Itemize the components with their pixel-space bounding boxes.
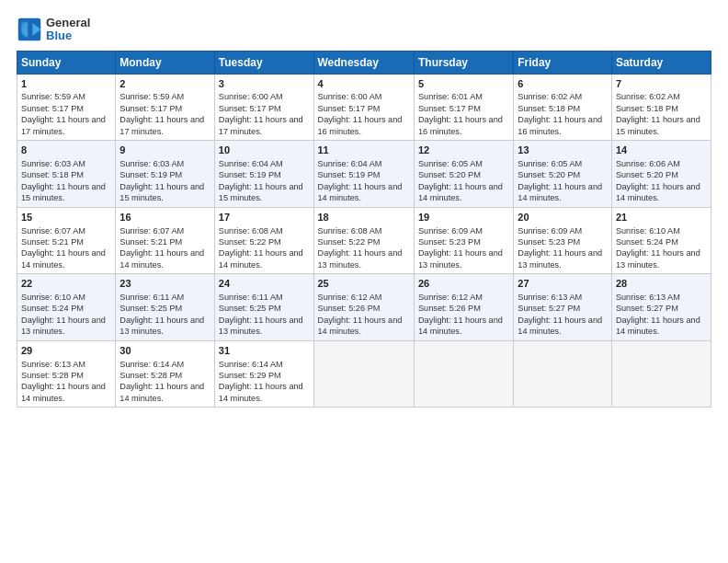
daylight: Daylight: 11 hours and 14 minutes. [21, 248, 106, 269]
calendar-cell: 10Sunrise: 6:04 AMSunset: 5:19 PMDayligh… [214, 141, 313, 208]
sunset: Sunset: 5:22 PM [318, 237, 381, 247]
daylight: Daylight: 11 hours and 14 minutes. [219, 248, 303, 269]
daylight: Daylight: 11 hours and 14 minutes. [616, 316, 700, 336]
day-of-week-header: Wednesday [313, 51, 414, 74]
logo-text: General Blue [46, 17, 90, 43]
sunset: Sunset: 5:24 PM [616, 237, 678, 247]
sunrise: Sunrise: 6:11 AM [219, 293, 283, 302]
sunset: Sunset: 5:17 PM [219, 104, 281, 113]
calendar-cell [514, 340, 612, 408]
day-of-week-header: Tuesday [214, 51, 313, 74]
sunset: Sunset: 5:20 PM [518, 170, 580, 179]
sunset: Sunset: 5:25 PM [119, 304, 182, 313]
daylight: Daylight: 11 hours and 13 minutes. [119, 316, 204, 336]
daylight: Daylight: 11 hours and 14 minutes. [119, 382, 204, 402]
daylight: Daylight: 11 hours and 13 minutes. [518, 248, 602, 269]
daylight: Daylight: 11 hours and 13 minutes. [418, 248, 503, 269]
logo: General Blue [17, 17, 90, 43]
sunset: Sunset: 5:22 PM [219, 237, 281, 247]
daylight: Daylight: 11 hours and 14 minutes. [418, 316, 503, 336]
sunrise: Sunrise: 6:04 AM [318, 159, 382, 168]
day-number: 21 [616, 211, 707, 224]
daylight: Daylight: 11 hours and 14 minutes. [318, 182, 403, 202]
sunset: Sunset: 5:19 PM [119, 170, 182, 179]
calendar-cell: 27Sunrise: 6:13 AMSunset: 5:27 PMDayligh… [514, 274, 612, 341]
sunset: Sunset: 5:25 PM [219, 304, 281, 313]
daylight: Daylight: 11 hours and 17 minutes. [119, 115, 204, 135]
calendar-cell: 16Sunrise: 6:07 AMSunset: 5:21 PMDayligh… [116, 207, 214, 274]
sunset: Sunset: 5:18 PM [518, 104, 580, 113]
sunset: Sunset: 5:17 PM [318, 104, 381, 113]
calendar-cell: 17Sunrise: 6:08 AMSunset: 5:22 PMDayligh… [214, 207, 313, 274]
sunrise: Sunrise: 6:02 AM [518, 92, 582, 101]
sunset: Sunset: 5:17 PM [418, 104, 481, 113]
calendar-cell: 20Sunrise: 6:09 AMSunset: 5:23 PMDayligh… [514, 207, 612, 274]
day-number: 11 [318, 144, 410, 157]
day-number: 6 [518, 77, 608, 91]
sunrise: Sunrise: 6:03 AM [119, 159, 184, 168]
day-number: 9 [119, 144, 210, 157]
daylight: Daylight: 11 hours and 13 minutes. [318, 248, 403, 269]
calendar-cell: 7Sunrise: 6:02 AMSunset: 5:18 PMDaylight… [611, 74, 711, 141]
sunset: Sunset: 5:26 PM [318, 304, 381, 313]
sunset: Sunset: 5:28 PM [21, 371, 84, 380]
day-number: 26 [418, 277, 509, 291]
day-number: 16 [119, 211, 210, 224]
calendar-cell: 28Sunrise: 6:13 AMSunset: 5:27 PMDayligh… [611, 274, 711, 341]
day-number: 24 [219, 277, 310, 291]
day-number: 25 [318, 277, 410, 291]
calendar-cell: 29Sunrise: 6:13 AMSunset: 5:28 PMDayligh… [17, 340, 116, 408]
daylight: Daylight: 11 hours and 14 minutes. [518, 316, 602, 336]
calendar: SundayMondayTuesdayWednesdayThursdayFrid… [17, 51, 711, 408]
sunrise: Sunrise: 6:09 AM [518, 226, 582, 236]
daylight: Daylight: 11 hours and 14 minutes. [219, 382, 303, 402]
sunset: Sunset: 5:19 PM [318, 170, 381, 179]
day-number: 12 [418, 144, 509, 157]
daylight: Daylight: 11 hours and 16 minutes. [518, 115, 602, 135]
day-of-week-header: Friday [514, 51, 612, 74]
calendar-cell: 8Sunrise: 6:03 AMSunset: 5:18 PMDaylight… [17, 141, 116, 208]
calendar-cell [313, 340, 414, 408]
sunset: Sunset: 5:20 PM [616, 170, 678, 179]
day-number: 5 [418, 77, 509, 91]
calendar-cell: 24Sunrise: 6:11 AMSunset: 5:25 PMDayligh… [214, 274, 313, 341]
calendar-cell: 30Sunrise: 6:14 AMSunset: 5:28 PMDayligh… [116, 340, 214, 408]
day-number: 8 [21, 144, 111, 157]
sunrise: Sunrise: 6:00 AM [219, 92, 283, 101]
sunset: Sunset: 5:23 PM [518, 237, 580, 247]
daylight: Daylight: 11 hours and 14 minutes. [21, 382, 106, 402]
sunset: Sunset: 5:17 PM [119, 104, 182, 113]
calendar-cell: 23Sunrise: 6:11 AMSunset: 5:25 PMDayligh… [116, 274, 214, 341]
sunrise: Sunrise: 6:09 AM [418, 226, 483, 236]
day-number: 23 [119, 277, 210, 291]
day-number: 13 [518, 144, 608, 157]
day-of-week-header: Saturday [611, 51, 711, 74]
page: General Blue SundayMondayTuesdayWednesda… [0, 0, 728, 563]
calendar-cell: 21Sunrise: 6:10 AMSunset: 5:24 PMDayligh… [611, 207, 711, 274]
calendar-cell: 13Sunrise: 6:05 AMSunset: 5:20 PMDayligh… [514, 141, 612, 208]
day-number: 18 [318, 211, 410, 224]
calendar-cell [414, 340, 513, 408]
day-number: 4 [318, 77, 410, 91]
sunrise: Sunrise: 6:08 AM [318, 226, 382, 236]
daylight: Daylight: 11 hours and 14 minutes. [418, 182, 503, 202]
calendar-cell: 6Sunrise: 6:02 AMSunset: 5:18 PMDaylight… [514, 74, 612, 141]
sunset: Sunset: 5:26 PM [418, 304, 481, 313]
sunset: Sunset: 5:27 PM [518, 304, 580, 313]
calendar-cell: 11Sunrise: 6:04 AMSunset: 5:19 PMDayligh… [313, 141, 414, 208]
daylight: Daylight: 11 hours and 14 minutes. [318, 316, 403, 336]
calendar-cell: 19Sunrise: 6:09 AMSunset: 5:23 PMDayligh… [414, 207, 513, 274]
day-number: 17 [219, 211, 310, 224]
sunset: Sunset: 5:21 PM [119, 237, 182, 247]
daylight: Daylight: 11 hours and 15 minutes. [119, 182, 204, 202]
day-number: 29 [21, 344, 111, 358]
sunrise: Sunrise: 6:13 AM [21, 360, 85, 369]
sunset: Sunset: 5:29 PM [219, 371, 281, 380]
sunrise: Sunrise: 6:00 AM [318, 92, 382, 101]
sunrise: Sunrise: 6:05 AM [418, 159, 483, 168]
daylight: Daylight: 11 hours and 15 minutes. [219, 182, 303, 202]
daylight: Daylight: 11 hours and 13 minutes. [219, 316, 303, 336]
calendar-cell: 22Sunrise: 6:10 AMSunset: 5:24 PMDayligh… [17, 274, 116, 341]
sunrise: Sunrise: 6:01 AM [418, 92, 483, 101]
sunset: Sunset: 5:19 PM [219, 170, 281, 179]
